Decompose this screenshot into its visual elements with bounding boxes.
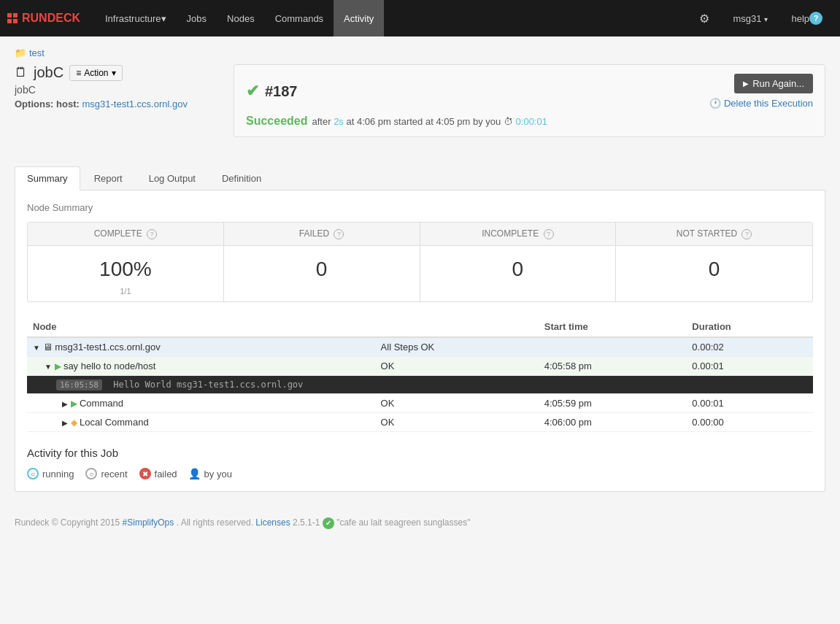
node-name-cell: ▼ 🖥 msg31-test1.ccs.ornl.gov [27,337,375,357]
help-button[interactable]: help ? [781,0,833,36]
job-icon: 🗒 [15,65,28,80]
host-link[interactable]: msg31-test1.ccs.ornl.gov [82,99,188,109]
local-cmd-status-cell: OK [375,413,539,432]
version-icon: ✔ [323,517,334,529]
execution-panel: ✔ #187 Run Again... 🕐 Delete this Execut… [234,64,825,137]
expand-icon[interactable]: ▼ [45,363,52,371]
brand[interactable]: RUNDECK [7,12,80,25]
node-summary-section: Node Summary COMPLETE ? 100% 1/1 FAILED [27,202,813,432]
success-check-icon: ✔ [246,82,259,101]
stat-incomplete: INCOMPLETE ? 0 [420,223,617,301]
expand-icon[interactable]: ▶ [62,419,68,427]
filter-running[interactable]: ○ running [27,468,74,479]
top-section: 🗒 jobC ≡ Action jobC Options: host: msg3… [15,64,825,152]
exec-actions: Run Again... 🕐 Delete this Execution [709,74,813,109]
brand-label: RUNDECK [22,12,80,25]
step-start-cell: 4:05:58 pm [539,357,687,376]
filter-by-you[interactable]: 👤 by you [189,468,232,479]
stat-not-started-sub [616,287,812,301]
action-button[interactable]: ≡ Action [69,65,122,81]
nav-infrastructure[interactable]: Infrastructure ▾ [95,0,177,36]
licenses-link[interactable]: Licenses [255,517,290,528]
nav-nodes[interactable]: Nodes [217,0,265,36]
not-started-info-icon[interactable]: ? [741,229,752,239]
gear-icon [699,12,709,26]
stat-incomplete-sub [420,287,616,301]
stat-failed: FAILED ? 0 [224,223,420,301]
table-row: 16:05:58 Hello World msg31-test1.ccs.orn… [27,376,813,394]
exec-id: ✔ #187 [246,82,298,101]
footer: Rundeck © Copyright 2015 #SimplifyOps . … [0,503,840,544]
stat-failed-sub [224,287,420,301]
delete-execution-link[interactable]: 🕐 Delete this Execution [709,98,813,109]
table-row: ▶ ◆ Local Command OK 4:06:00 pm 0.00:00 [27,413,813,432]
node-start-cell [539,337,687,357]
job-header: 🗒 jobC ≡ Action [15,64,219,81]
expand-icon[interactable]: ▼ [33,344,40,352]
action-caret-icon [112,68,116,78]
col-status [375,317,539,337]
cmd-duration-cell: 0.00:01 [686,394,813,413]
help-icon: ? [809,12,822,25]
step-duration-cell: 0.00:01 [686,357,813,376]
folder-icon: 📁 [15,47,26,58]
nav-activity[interactable]: Activity [334,0,384,36]
job-name: jobC [15,84,219,96]
stats-grid: COMPLETE ? 100% 1/1 FAILED ? 0 [27,222,813,302]
duration-link[interactable]: 2s [334,116,344,127]
nav-jobs[interactable]: Jobs [177,0,217,36]
tab-report[interactable]: Report [82,166,135,190]
node-summary-title: Node Summary [27,202,813,213]
tab-summary[interactable]: Summary [15,166,80,190]
filter-recent[interactable]: ○ recent [85,468,127,479]
brand-icon [7,13,18,23]
clock-small-icon: ⏱ [504,116,513,127]
simplifyops-link[interactable]: #SimplifyOps [123,517,174,528]
stat-complete-value: 100% [28,246,223,287]
cmd-name-cell: ▶ ▶ Command [27,394,375,413]
tab-definition[interactable]: Definition [209,166,274,190]
stat-not-started-value: 0 [616,246,812,287]
terminal-icon: ▶ [55,361,63,371]
stat-failed-header: FAILED ? [224,223,420,246]
stat-complete: COMPLETE ? 100% 1/1 [28,223,224,301]
cmd-start-cell: 4:05:59 pm [539,394,687,413]
stat-incomplete-header: INCOMPLETE ? [420,223,616,246]
col-start-time: Start time [539,317,687,337]
tab-log-output[interactable]: Log Output [136,166,208,190]
local-command-icon: ◆ [71,417,80,428]
run-again-button[interactable]: Run Again... [734,74,813,93]
activity-section: Activity for this Job ○ running ○ recent… [27,447,813,479]
filter-failed[interactable]: ✖ failed [139,468,177,479]
user-dropdown-icon [761,13,768,24]
local-cmd-name-cell: ▶ ◆ Local Command [27,413,375,432]
step-name-cell: ▼ ▶ say hello to node/host [27,357,375,376]
stat-not-started: NOT STARTED ? 0 [616,223,812,301]
page-content: 📁 test 🗒 jobC ≡ Action jobC Options: hos… [0,36,840,503]
local-cmd-start-cell: 4:06:00 pm [539,413,687,432]
gear-button[interactable] [689,0,720,36]
tabs: Summary Report Log Output Definition [15,166,825,190]
user-menu[interactable]: msg31 [723,0,778,36]
complete-info-icon[interactable]: ? [147,229,157,239]
stat-complete-sub: 1/1 [28,287,223,301]
expand-icon[interactable]: ▶ [62,400,68,408]
elapsed-link[interactable]: 0:00:01 [516,116,547,127]
breadcrumb-link[interactable]: test [29,47,45,58]
status-text: Succeeded [246,115,307,128]
command-icon: ▶ [71,398,80,409]
table-row: ▼ 🖥 msg31-test1.ccs.ornl.gov All Steps O… [27,337,813,357]
failed-info-icon[interactable]: ? [334,229,344,239]
activity-title: Activity for this Job [27,447,813,459]
nav-commands[interactable]: Commands [265,0,334,36]
clock-icon: 🕐 [709,98,721,109]
navbar: RUNDECK Infrastructure ▾ Jobs Nodes Comm… [0,0,840,36]
incomplete-info-icon[interactable]: ? [544,229,554,239]
node-icon: 🖥 [43,342,55,353]
breadcrumb: 📁 test [15,47,825,58]
stat-incomplete-value: 0 [420,246,616,287]
running-icon: ○ [27,468,39,479]
table-row: ▼ ▶ say hello to node/host OK 4:05:58 pm… [27,357,813,376]
tab-content-summary: Node Summary COMPLETE ? 100% 1/1 FAILED [15,190,825,492]
local-cmd-duration-cell: 0.00:00 [686,413,813,432]
